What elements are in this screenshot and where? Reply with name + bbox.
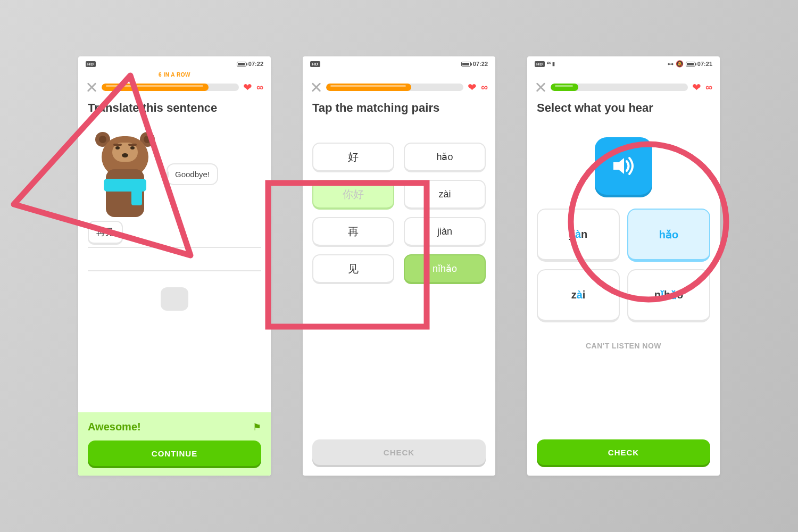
speech-bubble[interactable]: Goodbye! xyxy=(167,163,218,185)
lesson-top-row: ❤ ∞ xyxy=(303,79,495,98)
speaker-icon xyxy=(609,152,638,180)
progress-fill xyxy=(551,84,578,91)
heart-icon: ❤ xyxy=(468,81,477,94)
heart-icon: ❤ xyxy=(243,81,252,94)
pair-card-left-2[interactable]: 再 xyxy=(312,217,394,247)
status-time: 07:22 xyxy=(473,61,488,67)
progress-bar xyxy=(551,84,688,91)
status-time: 07:22 xyxy=(248,61,263,67)
progress-fill xyxy=(102,84,209,91)
exercise-title: Translate this sentence xyxy=(78,98,271,121)
pair-card-right-1[interactable]: zài xyxy=(404,180,486,210)
speech-text: Goodbye! xyxy=(175,170,210,179)
pair-card-left-3[interactable]: 见 xyxy=(312,254,394,284)
progress-fill xyxy=(326,84,411,91)
report-flag-icon[interactable]: ⚑ xyxy=(253,421,261,433)
pair-card-right-0[interactable]: hǎo xyxy=(404,143,486,172)
cant-listen-button[interactable]: CAN'T LISTEN NOW xyxy=(527,322,720,358)
svg-rect-7 xyxy=(131,189,142,205)
check-button[interactable]: CHECK xyxy=(312,439,486,465)
character-stage: Goodbye! xyxy=(78,121,271,217)
svg-point-13 xyxy=(122,153,128,157)
pair-grid: 好 hǎo 你好 zài 再 jiàn 见 nǐhǎo xyxy=(303,121,495,284)
hd-icon: HD xyxy=(86,61,96,67)
close-icon[interactable] xyxy=(86,81,97,93)
word-bank xyxy=(78,271,271,327)
exercise-title: Tap the matching pairs xyxy=(303,98,495,121)
phone-screen-translate: HD 07:22 6 IN A ROW ❤ ∞ Translate this s… xyxy=(78,56,271,476)
pair-card-left-1[interactable]: 你好 xyxy=(312,180,394,210)
phone-screen-select-hear: HD ⁴⁶ ▮ ⊶ 🔕 07:21 ❤ ∞ Select what you he… xyxy=(527,56,720,476)
battery-icon xyxy=(686,62,695,66)
pair-card-right-3[interactable]: nǐhǎo xyxy=(404,254,486,284)
infinity-icon: ∞ xyxy=(256,82,263,93)
status-bar: HD ⁴⁶ ▮ ⊶ 🔕 07:21 xyxy=(527,56,720,71)
svg-point-10 xyxy=(130,146,135,149)
status-time: 07:21 xyxy=(697,61,712,67)
svg-rect-11 xyxy=(113,144,122,146)
streak-label: 6 IN A ROW xyxy=(78,71,271,79)
answer-chip[interactable]: 再见 xyxy=(88,221,123,245)
svg-point-3 xyxy=(144,136,151,143)
play-audio-button[interactable] xyxy=(595,137,652,195)
exercise-title: Select what you hear xyxy=(527,98,720,121)
lesson-top-row: ❤ ∞ xyxy=(78,79,271,98)
close-icon[interactable] xyxy=(535,81,546,93)
feedback-title: Awesome! xyxy=(88,421,141,433)
check-button[interactable]: CHECK xyxy=(537,439,710,465)
infinity-icon: ∞ xyxy=(705,82,712,93)
choice-card-3[interactable]: nǐhǎo xyxy=(627,269,710,322)
hd-icon: HD xyxy=(310,61,320,67)
status-bar: HD 07:22 xyxy=(303,56,495,71)
choice-card-0[interactable]: jiàn xyxy=(537,209,620,262)
phone-screen-match-pairs: HD 07:22 ❤ ∞ Tap the matching pairs 好 hǎ… xyxy=(303,56,495,476)
progress-bar xyxy=(102,84,239,91)
answer-line-1[interactable]: 再见 xyxy=(88,225,261,248)
hd-icon: HD xyxy=(535,61,545,67)
bear-character-icon xyxy=(88,127,162,217)
choice-grid: jiàn hǎo zài nǐhǎo xyxy=(527,209,720,322)
infinity-icon: ∞ xyxy=(481,82,488,93)
svg-point-9 xyxy=(115,146,120,149)
close-icon[interactable] xyxy=(310,81,322,93)
battery-icon xyxy=(461,62,471,66)
key-icon: ⊶ xyxy=(668,61,674,68)
feedback-panel: Awesome! ⚑ CONTINUE xyxy=(78,412,271,476)
svg-point-2 xyxy=(99,136,106,143)
choice-card-2[interactable]: zài xyxy=(537,269,620,322)
pair-card-left-0[interactable]: 好 xyxy=(312,143,394,172)
signal-icon: ⁴⁶ ▮ xyxy=(547,61,555,66)
mute-icon: 🔕 xyxy=(676,60,684,68)
pair-card-right-2[interactable]: jiàn xyxy=(404,217,486,247)
progress-bar xyxy=(326,84,463,91)
battery-icon xyxy=(237,62,246,66)
continue-button[interactable]: CONTINUE xyxy=(88,440,261,466)
svg-rect-12 xyxy=(128,144,137,146)
heart-icon: ❤ xyxy=(692,81,701,94)
status-bar: HD 07:22 xyxy=(78,56,271,71)
lesson-top-row: ❤ ∞ xyxy=(527,79,720,98)
choice-card-1[interactable]: hǎo xyxy=(627,209,710,262)
empty-word-slot xyxy=(161,287,188,311)
answer-line-2[interactable] xyxy=(88,248,261,271)
